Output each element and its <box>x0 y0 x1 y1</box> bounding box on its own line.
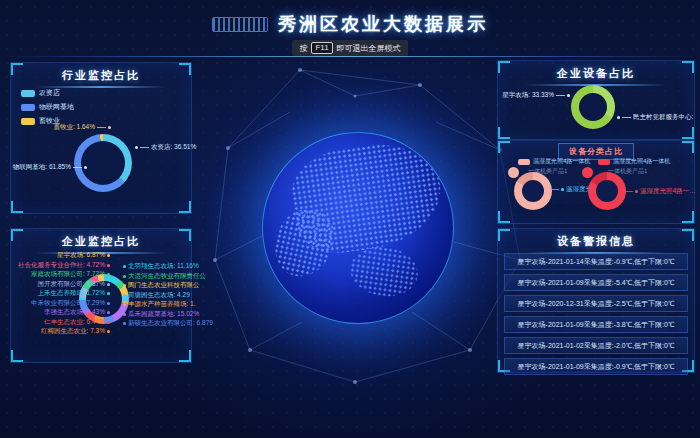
alarm-row: 星宇农场-2021-01-09采集温度:-0.9℃,低于下限:0℃ <box>504 358 688 375</box>
callout-text: 物联网基地: 61.85% <box>13 163 71 172</box>
class-left-mini-pie <box>508 167 519 178</box>
panel-industry-ratio: 行业监控占比 农资店 物联网基地 畜牧业 畜牧业: 1.64% 农资店: 36.… <box>10 62 192 214</box>
chart-label: 星宇农场: 6.87% <box>11 251 110 261</box>
legend-swatch <box>518 159 530 165</box>
label-text: 社会化服务专业合作社: 4.72% <box>18 261 105 270</box>
label-text: 瓜禾园蔬菜基地: 15.02% <box>128 310 199 319</box>
callout-text: 温湿度光照4路一… <box>640 187 696 196</box>
enterprise-right-labels: 北羽翔生态农场: 11.16% 大运河生态牧业有限责任公 陶门生态农业科技有限公… <box>123 262 207 329</box>
callout-dot <box>567 94 570 97</box>
donut-hole <box>579 93 607 121</box>
label-text: 北羽翔生态农场: 11.16% <box>128 262 199 271</box>
chart-label: 社会化服务专业合作社: 4.72% <box>11 261 110 271</box>
industry-legend: 农资店 物联网基地 畜牧业 <box>21 88 74 126</box>
legend-swatch <box>598 159 610 165</box>
alarm-row: 星宇农场-2021-01-09采集温度:-3.8℃,低于下限:0℃ <box>504 316 688 333</box>
page-title: 秀洲区农业大数据展示 <box>278 12 488 36</box>
label-dot <box>123 313 126 316</box>
legend-label: 温湿度光照4路一体机 <box>613 157 670 166</box>
label-text: 丰源水产种苗养殖场: 1. <box>128 300 196 309</box>
label-text: 李强生态农场: 3.43% <box>44 308 105 317</box>
label-dot <box>107 273 110 276</box>
class-left-legend[interactable]: 温湿度光照4路一体机 <box>518 157 590 166</box>
label-dot <box>123 265 126 268</box>
callout-text: 星宇农场: 33.33% <box>502 91 554 100</box>
chart-label: 中禾牧业有限公司: 7.29% <box>11 299 110 309</box>
chart-label: 陶门生态农业科技有限公 <box>123 281 207 291</box>
label-text: 星宇农场: 6.87% <box>57 251 105 260</box>
f11-key-badge: F11 <box>311 42 332 54</box>
class-left-donut-chart <box>514 172 552 210</box>
callout-text: 畜牧业: 1.64% <box>53 123 95 132</box>
panel-title: 企业设备占比 <box>498 61 694 86</box>
callout-minzhu-village: 民主村党群服务中心: <box>617 113 693 122</box>
donut-hole <box>81 141 125 185</box>
legend-label: 温湿度光照4路一体机 <box>533 157 590 166</box>
callout-line <box>622 117 631 118</box>
callout-line <box>556 95 565 96</box>
fullscreen-hint: 按 F11 即可退出全屏模式 <box>292 40 407 56</box>
legend-swatch <box>21 104 35 111</box>
label-text: 陶门生态农业科技有限公 <box>128 281 200 290</box>
callout-nongzidian: 农资店: 36.51% <box>135 143 196 152</box>
legend-item[interactable]: 物联网基地 <box>21 102 74 112</box>
class-right-mini-pie <box>582 167 593 178</box>
alarm-row: 星宇农场-2021-01-02采集温度:-2.0℃,低于下限:0℃ <box>504 337 688 354</box>
chart-label: 上禾生态养殖场: 1.72% <box>11 289 110 299</box>
label-text: 红梅园生态农业: 7.3% <box>41 327 105 336</box>
label-text: 荷塘园生态农场: 4.29 <box>128 291 190 300</box>
callout-dot <box>617 116 620 119</box>
alarm-list: 星宇农场-2021-01-14采集温度:-0.9℃,低于下限:0℃星宇农场-20… <box>504 253 688 379</box>
label-dot <box>123 294 126 297</box>
hint-prefix: 按 <box>299 43 307 54</box>
chart-label: 仁丰生态农业: 6.44% <box>11 318 110 328</box>
chart-label: 新硕生态农业有限公司: 6.879 <box>123 319 207 329</box>
device-donut-chart <box>571 85 615 129</box>
callout-dot <box>635 190 638 193</box>
class-right-legend[interactable]: 温湿度光照4路一体机 <box>598 157 670 166</box>
alarm-row: 星宇农场-2021-01-09采集温度:-5.4℃,低于下限:0℃ <box>504 274 688 291</box>
hint-suffix: 即可退出全屏模式 <box>337 43 401 54</box>
alarm-row: 星宇农场-2020-12-31采集温度:-2.5℃,低于下限:0℃ <box>504 295 688 312</box>
callout-dot <box>561 188 564 191</box>
label-dot <box>123 284 126 287</box>
chart-label: 荷塘园生态农场: 4.29 <box>123 291 207 301</box>
panel-enterprise-ratio: 企业监控占比 星宇农场: 6.87% 社会化服务专业合作社: 4.72% 家庭农… <box>10 228 192 363</box>
callout-text: 农资店: 36.51% <box>151 143 196 152</box>
label-dot <box>107 311 110 314</box>
panel-title: 行业监控占比 <box>11 63 191 88</box>
callout-line <box>140 147 149 148</box>
callout-xingyu-farm: 星宇农场: 33.33% <box>506 91 570 100</box>
callout-xumuye: 畜牧业: 1.64% <box>19 123 111 132</box>
label-dot <box>107 283 110 286</box>
chart-label: 红梅园生态农业: 7.3% <box>11 327 110 337</box>
chart-label: 李强生态农场: 3.43% <box>11 308 110 318</box>
label-dot <box>107 321 110 324</box>
chart-label: 北羽翔生态农场: 11.16% <box>123 262 207 272</box>
label-text: 仁丰生态农业: 6.44% <box>44 318 105 327</box>
label-dot <box>107 264 110 267</box>
callout-dot <box>84 166 87 169</box>
callout-text: 民主村党群服务中心: <box>633 113 693 122</box>
label-dot <box>123 303 126 306</box>
label-dot <box>123 275 126 278</box>
callout-dot <box>108 126 111 129</box>
chart-label: 大运河生态牧业有限责任公 <box>123 272 207 282</box>
label-dot <box>107 292 110 295</box>
brand-logo <box>212 17 268 32</box>
legend-label: 农资店 <box>39 88 60 98</box>
panel-title: 设备警报信息 <box>498 229 694 254</box>
label-dot <box>107 330 110 333</box>
callout-line <box>624 191 633 192</box>
callout-wulianwang: 物联网基地: 61.85% <box>11 163 87 172</box>
chart-label: 瓜禾园蔬菜基地: 15.02% <box>123 310 207 320</box>
label-text: 家庭农场有限公司: 7.72% <box>31 270 105 279</box>
panel-device-class: 设备分类占比 温湿度光照4路一体机 一体机类产品1 温湿度光照4路一… 温湿度光… <box>497 140 695 224</box>
label-dot <box>107 254 110 257</box>
label-dot <box>123 322 126 325</box>
legend-item[interactable]: 农资店 <box>21 88 74 98</box>
panel-device-ratio: 企业设备占比 星宇农场: 33.33% 民主村党群服务中心: <box>497 60 695 140</box>
class-right-pointer: 温湿度光照4路一… <box>624 187 696 196</box>
alarm-row: 星宇农场-2021-01-14采集温度:-0.9℃,低于下限:0℃ <box>504 253 688 270</box>
label-text: 新硕生态农业有限公司: 6.879 <box>128 319 213 328</box>
